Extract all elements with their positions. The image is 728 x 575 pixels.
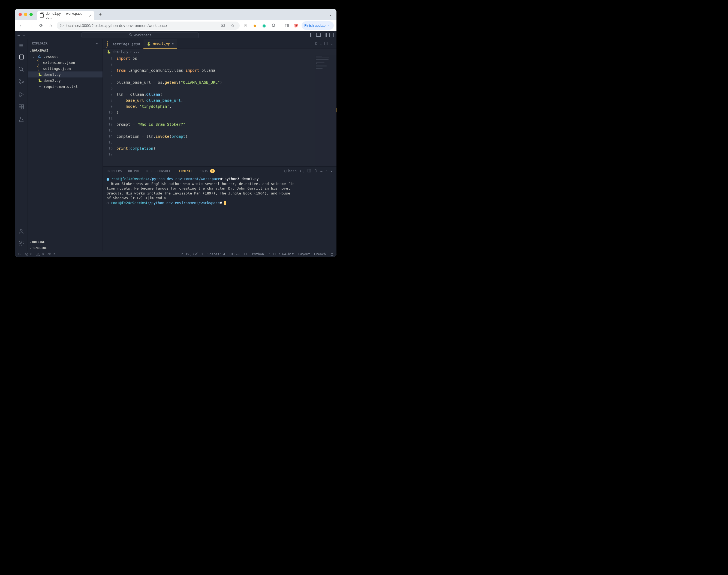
outline-section[interactable]: › OUTLINE [28, 239, 103, 245]
kill-terminal-icon[interactable] [314, 169, 318, 173]
tree-item-label: settings.json [43, 67, 71, 71]
status-problems[interactable]: 0 0 [25, 252, 44, 256]
workspace-section-header[interactable]: ⌄ WORKSPACE [28, 47, 103, 54]
panel-tab-ports[interactable]: PORTS2 [199, 169, 215, 173]
close-window[interactable] [19, 13, 22, 16]
status-interpreter[interactable]: 3.11.7 64-bit [268, 252, 294, 256]
reload-icon[interactable]: ⟳ [37, 22, 45, 30]
outline-label: OUTLINE [32, 240, 45, 244]
tabs-overflow-icon[interactable]: ⌄ [327, 12, 334, 16]
folder-icon: 🗀 [38, 54, 42, 59]
tab-settings-json[interactable]: { } settings.json [103, 39, 143, 48]
tab-close-icon[interactable]: × [171, 42, 173, 46]
activity-extensions-icon[interactable] [15, 101, 28, 112]
timeline-section[interactable]: › TIMELINE [28, 245, 103, 251]
install-app-icon[interactable] [219, 22, 227, 30]
code-content[interactable]: import os from langchain_community.llms … [116, 55, 315, 166]
vscode-body: EXPLORER ⋯ ⌄ WORKSPACE ⌄ 🗀 .vscode { } e [15, 39, 337, 251]
terminal-shell-indicator[interactable]: bash [284, 169, 297, 173]
tree-file-requirements[interactable]: ≡ requirements.txt [28, 83, 103, 90]
breadcrumb-file: demo1.py [113, 50, 129, 54]
status-indentation[interactable]: Spaces: 4 [207, 252, 225, 256]
status-encoding[interactable]: UTF-8 [230, 252, 239, 256]
status-cursor-position[interactable]: Ln 19, Col 1 [179, 252, 203, 256]
toggle-panel-icon[interactable] [316, 33, 321, 37]
run-dropdown-icon[interactable]: ⌄ [320, 42, 321, 45]
ports-badge: 2 [210, 169, 215, 173]
toggle-primary-sidebar-icon[interactable] [310, 33, 314, 37]
status-notifications-icon[interactable] [330, 252, 334, 256]
panel-tab-problems[interactable]: PROBLEMS [107, 169, 122, 173]
terminal-dropdown-icon[interactable]: ⌄ [303, 170, 305, 173]
extension-shield-icon[interactable]: ⛨ [242, 22, 249, 30]
split-editor-icon[interactable] [324, 41, 328, 46]
browser-tab-active[interactable]: demo1.py — workspace — co... × [37, 11, 94, 20]
browser-toolbar: ← → ⟳ ⌂ ⓘ localhost:3000/?folder=/python… [15, 20, 337, 31]
line-numbers: 1234567891011121314151617 [103, 55, 116, 166]
customize-layout-icon[interactable] [330, 33, 334, 37]
activity-accounts-icon[interactable] [15, 226, 28, 237]
activity-testing-icon[interactable] [15, 114, 28, 125]
new-tab-button[interactable]: + [97, 11, 104, 18]
more-menu-icon[interactable]: ⋮ [327, 23, 331, 28]
tree-file-demo2[interactable]: 🐍 demo2.py [28, 77, 103, 83]
run-file-icon[interactable] [315, 41, 319, 46]
editor-more-icon[interactable]: ⋯ [331, 42, 333, 46]
command-center-search[interactable]: workspace [81, 32, 199, 38]
status-keyboard-layout[interactable]: Layout: French [298, 252, 326, 256]
terminal-content[interactable]: ● root@fe24c9ecc0e4:/python-dev-environm… [103, 175, 337, 251]
site-info-icon[interactable]: ⓘ [60, 23, 64, 28]
extensions-menu-icon[interactable] [270, 22, 277, 30]
tree-file-settings-json[interactable]: { } settings.json [28, 65, 103, 71]
toggle-secondary-sidebar-icon[interactable] [323, 33, 327, 37]
code-editor[interactable]: 1234567891011121314151617 import os from… [103, 55, 337, 166]
activity-source-control-icon[interactable] [15, 76, 28, 87]
minimize-window[interactable] [24, 13, 27, 16]
panel-tab-debug-console[interactable]: DEBUG CONSOLE [146, 169, 171, 173]
tree-item-label: .vscode [44, 55, 59, 59]
breadcrumb[interactable]: 🐍 demo1.py › ... [103, 49, 337, 55]
tree-item-label: requirements.txt [44, 84, 78, 89]
menu-icon[interactable] [15, 41, 28, 49]
home-icon[interactable]: ⌂ [47, 22, 55, 30]
close-panel-icon[interactable]: × [331, 169, 333, 173]
status-language[interactable]: Python [252, 252, 264, 256]
tab-close-icon[interactable]: × [89, 13, 92, 18]
activity-run-debug-icon[interactable] [15, 89, 28, 100]
activity-search-icon[interactable] [15, 64, 28, 75]
split-terminal-icon[interactable] [307, 169, 311, 173]
address-bar[interactable]: ⓘ localhost:3000/?folder=/python-dev-env… [57, 22, 240, 30]
chevron-down-icon: ⌄ [33, 55, 36, 58]
svg-point-10 [19, 80, 21, 81]
minimap[interactable] [315, 55, 337, 166]
sidepanel-icon[interactable] [283, 22, 291, 30]
new-terminal-icon[interactable]: + [300, 169, 302, 173]
bookmark-icon[interactable]: ☆ [229, 22, 236, 30]
extension-grammarly-icon[interactable]: ◆ [251, 22, 259, 30]
svg-rect-1 [285, 24, 288, 27]
svg-line-4 [131, 35, 132, 36]
panel-tab-output[interactable]: OUTPUT [128, 169, 140, 173]
finish-update-button[interactable]: Finish update ⋮ [302, 21, 334, 30]
panel-actions: bash + ⌄ ⋯ ⌃ × [284, 169, 333, 173]
remote-indicator[interactable] [18, 252, 21, 256]
profile-avatar-icon[interactable]: 🐙 [292, 22, 300, 30]
tab-demo1-py[interactable]: 🐍 demo1.py × [143, 39, 177, 48]
titlebar-back-icon[interactable]: ← [18, 33, 20, 37]
svg-line-9 [22, 70, 24, 72]
sidebar-more-icon[interactable]: ⋯ [96, 42, 98, 45]
extension-green-g-icon[interactable]: ◉ [261, 22, 268, 30]
panel-tab-terminal[interactable]: TERMINAL [177, 169, 193, 174]
titlebar-forward-icon[interactable]: → [22, 33, 25, 37]
panel-more-icon[interactable]: ⋯ [320, 169, 322, 173]
activity-settings-icon[interactable] [15, 238, 28, 249]
tree-file-demo1[interactable]: 🐍 demo1.py [28, 71, 103, 77]
activity-explorer-icon[interactable] [15, 51, 28, 62]
maximize-panel-icon[interactable]: ⌃ [325, 169, 327, 173]
status-ports[interactable]: 2 [47, 252, 55, 256]
maximize-window[interactable] [29, 13, 33, 16]
sidebar-header: EXPLORER ⋯ [28, 39, 103, 47]
nav-back-icon[interactable]: ← [18, 22, 25, 30]
status-eol[interactable]: LF [244, 252, 248, 256]
nav-forward-icon[interactable]: → [27, 22, 35, 30]
